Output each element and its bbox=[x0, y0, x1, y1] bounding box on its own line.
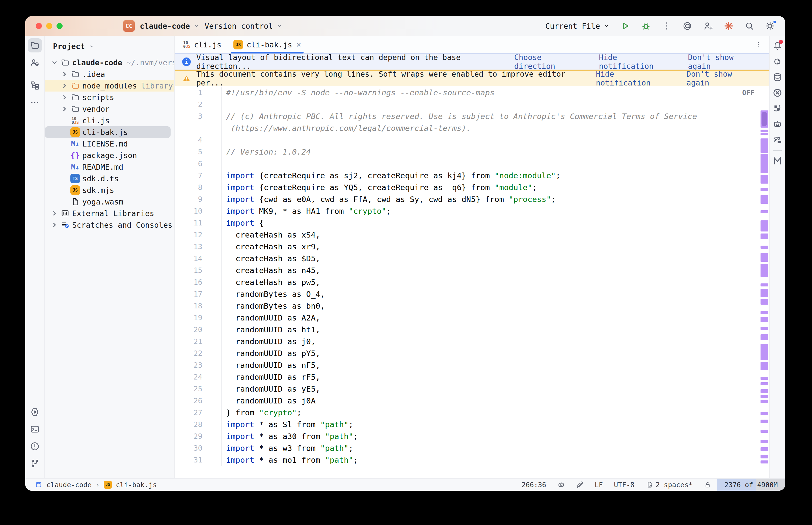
chevron-right-icon[interactable] bbox=[60, 104, 70, 114]
tree-item-scripts[interactable]: scripts bbox=[45, 92, 174, 103]
tree-item-vendor[interactable]: vendor bbox=[45, 103, 174, 115]
code-line[interactable]: 5// Version: 1.0.24 bbox=[175, 146, 769, 158]
delta-plugin-button[interactable] bbox=[771, 102, 784, 115]
banner-link-don-t-show-again[interactable]: Don't show again bbox=[688, 53, 758, 71]
highlighting-level-label[interactable]: OFF bbox=[742, 89, 754, 96]
breadcrumb-file[interactable]: cli-bak.js bbox=[116, 481, 157, 489]
tree-item--idea[interactable]: .idea bbox=[45, 68, 174, 80]
chevron-right-icon[interactable] bbox=[60, 69, 70, 79]
maven-button[interactable] bbox=[771, 154, 784, 167]
scrollbar-thumb[interactable] bbox=[762, 112, 767, 126]
breadcrumb-project[interactable]: claude-code bbox=[46, 481, 92, 489]
run-button[interactable] bbox=[620, 21, 630, 31]
highlighting-level[interactable] bbox=[571, 479, 589, 491]
code-line[interactable]: 6 bbox=[175, 158, 769, 170]
chevron-right-icon[interactable] bbox=[60, 81, 70, 91]
code-line[interactable]: 24 randomUUID as rF5, bbox=[175, 371, 769, 383]
search-everywhere[interactable] bbox=[744, 21, 754, 31]
code-line[interactable]: 31import * as mo1 from "path"; bbox=[175, 454, 769, 466]
chevron-right-icon[interactable] bbox=[60, 92, 70, 102]
chevron-right-icon[interactable] bbox=[49, 208, 60, 219]
code-line[interactable]: 16 createHash as pw5, bbox=[175, 276, 769, 288]
copilot-button[interactable] bbox=[771, 118, 784, 131]
tree-item-claude-code[interactable]: claude-code~/.nvm/vers bbox=[45, 57, 174, 68]
mentions[interactable] bbox=[682, 21, 692, 31]
tree-item-yoga-wasm[interactable]: yoga.wasm bbox=[45, 196, 174, 208]
code-line[interactable]: 9import {cwd as e0A, cwd as FfA, cwd as … bbox=[175, 193, 769, 205]
tree-item-package-json[interactable]: {}package.json bbox=[45, 150, 174, 161]
database-button[interactable] bbox=[771, 71, 784, 84]
code-line[interactable]: 29import * as a30 from "path"; bbox=[175, 431, 769, 442]
banner-link-don-t-show-again[interactable]: Don't show again bbox=[686, 70, 758, 87]
code-line[interactable]: 26 randomUUID as j0A bbox=[175, 395, 769, 407]
vcs-tool-button[interactable] bbox=[28, 56, 42, 70]
chevron-down-icon[interactable] bbox=[49, 58, 60, 68]
code-line[interactable]: 21 randomUUID as j0, bbox=[175, 336, 769, 347]
code-line[interactable]: (https://www.anthropic.com/legal/commerc… bbox=[175, 122, 769, 134]
code-line[interactable]: 17 randomBytes as O_4, bbox=[175, 288, 769, 300]
copilot-status[interactable] bbox=[552, 479, 571, 491]
code-line[interactable]: 10import MK9, * as HA1 from "crypto"; bbox=[175, 205, 769, 217]
tree-item-sdk-mjs[interactable]: JSsdk.mjs bbox=[45, 184, 174, 196]
code-line[interactable]: 20 randomUUID as ht1, bbox=[175, 324, 769, 336]
code-line[interactable]: 3// (c) Anthropic PBC. All rights reserv… bbox=[175, 110, 769, 122]
ai-assistant-button[interactable] bbox=[771, 55, 784, 68]
terminal-tool-button[interactable] bbox=[28, 422, 42, 436]
code-line[interactable]: 8import {createRequire as YQ5, createReq… bbox=[175, 182, 769, 193]
code-line[interactable]: 1#!/usr/bin/env -S node --no-warnings --… bbox=[175, 87, 769, 99]
code-line[interactable]: 27} from "crypto"; bbox=[175, 407, 769, 419]
code-line[interactable]: 13 createHash as xr9, bbox=[175, 241, 769, 253]
code-area[interactable]: 1#!/usr/bin/env -S node --no-warnings --… bbox=[175, 86, 769, 478]
code-line[interactable]: 19 randomUUID as A2A, bbox=[175, 312, 769, 324]
notifications-button[interactable] bbox=[771, 39, 784, 52]
tab-list-menu[interactable] bbox=[754, 41, 762, 48]
code-line[interactable]: 4 bbox=[175, 134, 769, 146]
code-line[interactable]: 18 randomBytes as bn0, bbox=[175, 300, 769, 312]
code-line[interactable]: 22 randomUUID as pY5, bbox=[175, 347, 769, 359]
code-line[interactable]: 7import {createRequire as sj2, createReq… bbox=[175, 170, 769, 182]
tab-cli-js[interactable]: 100JScli.js bbox=[177, 36, 227, 54]
close-tab-icon[interactable]: × bbox=[296, 40, 301, 49]
plugin-burst[interactable] bbox=[724, 21, 734, 31]
tree-item-readme-md[interactable]: M↓README.md bbox=[45, 161, 174, 173]
chevron-right-icon[interactable] bbox=[49, 220, 60, 230]
structure-tool-button[interactable] bbox=[28, 78, 42, 92]
banner-link-hide-notification[interactable]: Hide notification bbox=[596, 70, 672, 87]
tree-item-cli-bak-js[interactable]: JScli-bak.js bbox=[45, 126, 171, 138]
debug-button[interactable] bbox=[641, 21, 651, 31]
file-encoding[interactable]: UTF-8 bbox=[608, 479, 640, 491]
tree-item-sdk-d-ts[interactable]: TSsdk.d.ts bbox=[45, 173, 174, 184]
code-with-me-button[interactable] bbox=[771, 133, 784, 146]
banner-link-hide-notification[interactable]: Hide notification bbox=[599, 53, 673, 71]
tree-item-cli-js[interactable]: 100JScli.js bbox=[45, 115, 174, 126]
more-actions[interactable] bbox=[662, 21, 672, 31]
minimize-window-button[interactable] bbox=[46, 23, 52, 29]
run-tool-button[interactable] bbox=[28, 405, 42, 419]
close-window-button[interactable] bbox=[36, 23, 42, 29]
tree-item-node-modules[interactable]: node_moduleslibrary bbox=[45, 80, 174, 92]
tree-item-scratches-and-consoles[interactable]: Scratches and Consoles bbox=[45, 219, 174, 231]
settings[interactable] bbox=[765, 21, 775, 31]
memory-indicator[interactable]: 2376 of 4900M bbox=[717, 479, 785, 491]
code-line[interactable]: 23 randomUUID as nF5, bbox=[175, 359, 769, 371]
code-line[interactable]: 30import * as w3 from "path"; bbox=[175, 442, 769, 454]
banner-link-choose-direction[interactable]: Choose direction bbox=[514, 53, 585, 71]
x-plugin-button[interactable] bbox=[771, 86, 784, 99]
code-line[interactable]: 14 createHash as $D5, bbox=[175, 253, 769, 265]
code-line[interactable]: 2 bbox=[175, 99, 769, 110]
scrollbar-marks[interactable] bbox=[761, 98, 768, 478]
code-line[interactable]: 25 randomUUID as yE5, bbox=[175, 383, 769, 395]
vcs-widget[interactable]: Version control bbox=[205, 22, 283, 31]
tree-item-external-libraries[interactable]: External Libraries bbox=[45, 208, 174, 219]
code-line[interactable]: 15 createHash as n45, bbox=[175, 265, 769, 276]
code-line[interactable]: 12 createHash as xS4, bbox=[175, 229, 769, 241]
zoom-window-button[interactable] bbox=[57, 23, 62, 29]
run-configuration-selector[interactable]: Current File bbox=[545, 22, 610, 31]
tab-cli-bak-js[interactable]: JScli-bak.js× bbox=[227, 36, 307, 54]
readonly-lock[interactable] bbox=[698, 479, 717, 491]
code-line[interactable]: 11import { bbox=[175, 217, 769, 229]
tree-item-license-md[interactable]: M↓LICENSE.md bbox=[45, 138, 174, 150]
add-user[interactable] bbox=[703, 21, 713, 31]
more-tools-button[interactable] bbox=[28, 95, 42, 109]
line-separator[interactable]: LF bbox=[589, 479, 609, 491]
